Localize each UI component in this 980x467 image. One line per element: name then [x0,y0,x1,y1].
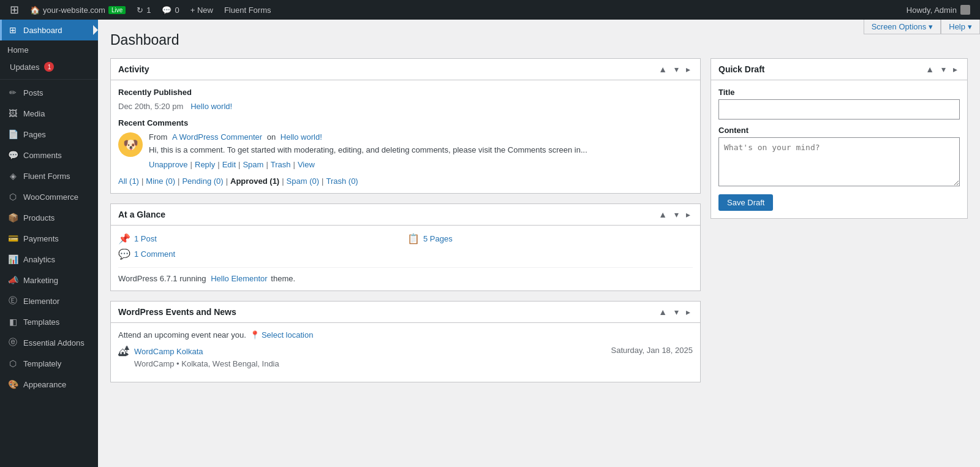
activity-collapse-down-btn[interactable]: ▾ [672,64,681,75]
sidebar-item-marketing[interactable]: 📣Marketing [0,270,98,290]
sidebar-label-templately: Templately [23,359,61,368]
sidebar-item-appearance[interactable]: 🎨Appearance [0,374,98,395]
comment-view-link[interactable]: View [298,160,315,169]
filter-all[interactable]: All (1) [118,177,139,186]
wp-events-widget-body: Attend an upcoming event near you. 📍 Sel… [111,323,700,382]
events-collapse-up-btn[interactable]: ▲ [656,306,669,317]
wp-logo-icon: ⊞ [10,3,19,17]
glance-comments[interactable]: 💬 1 Comment [118,248,404,260]
comment-post-link[interactable]: Hello world! [281,132,322,142]
wp-events-widget-title: WordPress Events and News [118,307,236,317]
comment-avatar: 🐶 [118,132,143,157]
glance-theme-suffix: theme. [271,274,295,283]
wp-events-description: Attend an upcoming event near you. 📍 Sel… [118,330,693,340]
draft-collapse-up-btn[interactable]: ▲ [923,64,937,75]
site-name-bar-item[interactable]: 🏠 your-website.com Live [25,0,130,20]
sidebar-label-woocommerce: WooCommerce [23,192,78,202]
glance-collapse-up-btn[interactable]: ▲ [656,209,669,220]
sidebar-item-comments[interactable]: 💬Comments [0,145,98,165]
revisions-bar-item[interactable]: ↻ 1 [132,0,156,20]
help-arrow-icon: ▾ [968,22,972,31]
appearance-icon: 🎨 [7,379,18,390]
comment-edit-link[interactable]: Edit [222,160,236,169]
sidebar-item-posts[interactable]: ✏Posts [0,82,98,103]
glance-pages[interactable]: 📋 5 Pages [407,233,693,245]
filter-mine[interactable]: Mine (0) [146,177,175,186]
essential-addons-icon: ⓔ [7,337,18,348]
sidebar-item-templates[interactable]: ◧Templates [0,311,98,332]
glance-widget-body: 📌 1 Post 📋 5 Pages 💬 1 Comment [111,226,700,290]
quick-draft-widget-title: Quick Draft [718,64,764,74]
sidebar-label-payments: Payments [23,234,59,243]
glance-collapse-down-btn[interactable]: ▾ [672,209,681,220]
activity-widget-controls: ▲ ▾ ▸ [656,64,693,75]
filter-trash[interactable]: Trash (0) [326,177,358,186]
filter-spam[interactable]: Spam (0) [287,177,319,186]
sidebar-item-media[interactable]: 🖼Media [0,103,98,124]
sidebar-label-fluent-forms: Fluent Forms [23,172,70,181]
help-button[interactable]: Help ▾ [941,20,980,34]
sidebar-label-pages: Pages [23,130,46,139]
sidebar-dashboard-label: Dashboard [23,26,62,35]
select-location-link[interactable]: 📍 Select location [250,330,314,340]
comment-on-text: on [267,132,276,142]
glance-posts[interactable]: 📌 1 Post [118,233,404,245]
title-input[interactable] [718,99,960,120]
sidebar-label-elementor: Elementor [23,297,59,306]
sidebar-item-elementor[interactable]: ⒺElementor [0,290,98,311]
sidebar-item-fluent-forms[interactable]: ◈Fluent Forms [0,165,98,186]
howdy-bar-item[interactable]: Howdy, Admin [902,5,975,15]
sidebar-home-link[interactable]: Home [0,40,98,59]
admin-bar: ⊞ 🏠 your-website.com Live ↻ 1 💬 0 + New … [0,0,980,20]
pages-icon: 📄 [7,129,18,140]
sidebar-item-essential-addons[interactable]: ⓔEssential Addons [0,332,98,353]
filter-approved[interactable]: Approved (1) [230,177,279,186]
content-textarea[interactable] [718,137,960,186]
sidebar-item-analytics[interactable]: 📊Analytics [0,249,98,270]
sidebar-item-dashboard[interactable]: ⊞ Dashboard [0,20,98,40]
new-bar-item[interactable]: + New [186,0,218,20]
title-field-label: Title [718,88,960,97]
save-draft-button[interactable]: Save Draft [718,194,773,211]
comment-content: From A WordPress Commenter on Hello worl… [149,132,693,169]
events-close-btn[interactable]: ▸ [684,306,693,317]
comment-from: From A WordPress Commenter on Hello worl… [149,132,693,142]
help-label: Help [949,22,965,31]
commenter-name-link[interactable]: A WordPress Commenter [172,132,262,142]
site-name-text: your-website.com [43,6,105,15]
screen-options-button[interactable]: Screen Options ▾ [864,20,941,34]
marketing-icon: 📣 [7,275,18,286]
sidebar-item-payments[interactable]: 💳Payments [0,228,98,249]
activity-post-link[interactable]: Hello world! [190,102,232,111]
comment-body: Hi, this is a comment. To get started wi… [149,144,693,156]
sidebar-item-woocommerce[interactable]: ⬡WooCommerce [0,186,98,207]
sidebar-item-products[interactable]: 📦Products [0,207,98,228]
comment-trash-link[interactable]: Trash [271,160,291,169]
comment-reply-link[interactable]: Reply [195,160,215,169]
event-name-link[interactable]: WordCamp Kolkata [134,347,203,356]
comment-unapprove-link[interactable]: Unapprove [149,160,188,169]
sidebar-updates-link[interactable]: Updates 1 [0,59,98,77]
sidebar-label-media: Media [23,109,45,118]
select-location-text: Select location [262,330,314,340]
fluent-forms-bar-item[interactable]: Fluent Forms [219,0,276,20]
draft-collapse-down-btn[interactable]: ▾ [939,64,948,75]
comments-bar-item[interactable]: 💬 0 [157,0,184,20]
comment-spam-link[interactable]: Spam [243,160,263,169]
sidebar-item-templately[interactable]: ⬡Templately [0,353,98,374]
comment-from-prefix: From [149,132,167,142]
activity-collapse-up-btn[interactable]: ▲ [656,64,669,75]
glance-pages-text: 5 Pages [423,234,453,243]
media-icon: 🖼 [7,108,18,119]
sidebar: ⊞ Dashboard Home Updates 1 ✏Posts🖼Media📄… [0,20,98,467]
activity-close-btn[interactable]: ▸ [684,64,693,75]
events-collapse-down-btn[interactable]: ▾ [672,306,681,317]
draft-close-btn[interactable]: ▸ [951,64,960,75]
sidebar-item-pages[interactable]: 📄Pages [0,124,98,145]
wp-logo-bar-item[interactable]: ⊞ [5,0,24,20]
comment-filters: All (1) | Mine (0) | Pending (0) | Appro… [118,177,693,186]
quick-draft-widget: Quick Draft ▲ ▾ ▸ Title Content Save Dra… [710,58,968,219]
filter-pending[interactable]: Pending (0) [182,177,223,186]
glance-close-btn[interactable]: ▸ [684,209,693,220]
glance-theme-link[interactable]: Hello Elementor [211,274,268,283]
